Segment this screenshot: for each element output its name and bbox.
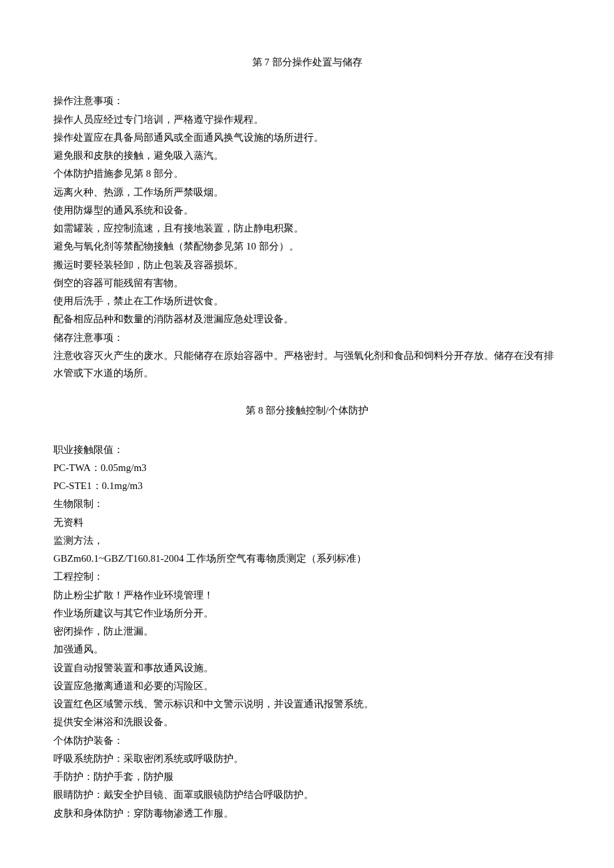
s7-line: 配备相应品种和数量的消防器材及泄漏应急处理设备。: [53, 310, 561, 328]
s8-line: 设置应急撤离通道和必要的泻险区。: [53, 677, 561, 695]
s8-line: PC-TWA：0.05mg/m3: [53, 459, 561, 476]
s8-line: 监测方法，: [53, 532, 561, 549]
s8-line: 加强通风。: [53, 640, 561, 658]
s7-line: 避免眼和皮肤的接触，避免吸入蒸汽。: [53, 147, 561, 164]
s7-line: 操作注意事项：: [53, 92, 561, 109]
s7-line: 倒空的容器可能残留有害物。: [53, 274, 561, 292]
s8-line: 工程控制：: [53, 568, 561, 585]
section-7: 第 7 部分操作处置与储存 操作注意事项： 操作人员应经过专门培训，严格遵守操作…: [53, 53, 561, 382]
section-7-title: 第 7 部分操作处置与储存: [53, 53, 561, 71]
section-8-title: 第 8 部分接触控制/个体防护: [53, 402, 561, 419]
s8-line: GBZm60.1~GBZ/T160.81-2004 工作场所空气有毒物质测定（系…: [53, 550, 561, 567]
s7-line: 搬运时要轻装轻卸，防止包装及容器损坏。: [53, 256, 561, 274]
s8-line: 生物限制：: [53, 495, 561, 512]
s8-line: 设置自动报警装置和事故通风设施。: [53, 659, 561, 677]
s8-line: 眼睛防护：戴安全护目镜、面罩或眼镜防护结合呼吸防护。: [53, 786, 561, 803]
s7-line: 远离火种、热源，工作场所严禁吸烟。: [53, 183, 561, 201]
s7-line: 避免与氧化剂等禁配物接触（禁配物参见第 10 部分）。: [53, 238, 561, 255]
s8-line: 提供安全淋浴和洗眼设备。: [53, 713, 561, 731]
s8-line: 手防护：防护手套，防护服: [53, 768, 561, 785]
s8-line: 设置红色区域警示线、警示标识和中文警示说明，并设置通讯报警系统。: [53, 695, 561, 713]
s7-line: 操作人员应经过专门培训，严格遵守操作规程。: [53, 111, 561, 128]
document-page: 第 7 部分操作处置与储存 操作注意事项： 操作人员应经过专门培训，严格遵守操作…: [0, 0, 614, 868]
s8-line: 作业场所建议与其它作业场所分开。: [53, 604, 561, 622]
s7-line: 注意收容灭火产生的废水。只能储存在原始容器中。严格密封。与强氧化剂和食品和饲料分…: [53, 347, 561, 382]
s8-line: 皮肤和身体防护：穿防毒物渗透工作服。: [53, 805, 561, 822]
s8-line: 职业接触限值：: [53, 441, 561, 458]
s7-line: 如需罐装，应控制流速，且有接地装置，防止静电积聚。: [53, 220, 561, 237]
s7-line: 使用防爆型的通风系统和设备。: [53, 201, 561, 219]
s8-line: PC-STE1：0.1mg/m3: [53, 477, 561, 494]
s8-line: 个体防护装备：: [53, 732, 561, 749]
section-8: 第 8 部分接触控制/个体防护 职业接触限值： PC-TWA：0.05mg/m3…: [53, 402, 561, 822]
s7-line: 使用后洗手，禁止在工作场所进饮食。: [53, 292, 561, 310]
s7-line: 操作处置应在具备局部通风或全面通风换气设施的场所进行。: [53, 129, 561, 146]
s8-line: 密闭操作，防止泄漏。: [53, 622, 561, 640]
s8-line: 无资料: [53, 514, 561, 531]
s8-line: 呼吸系统防护：采取密闭系统或呼吸防护。: [53, 750, 561, 767]
s7-line: 个体防护措施参见第 8 部分。: [53, 165, 561, 182]
s8-line: 防止粉尘扩散！严格作业环境管理！: [53, 586, 561, 604]
s7-line: 储存注意事项：: [53, 329, 561, 346]
